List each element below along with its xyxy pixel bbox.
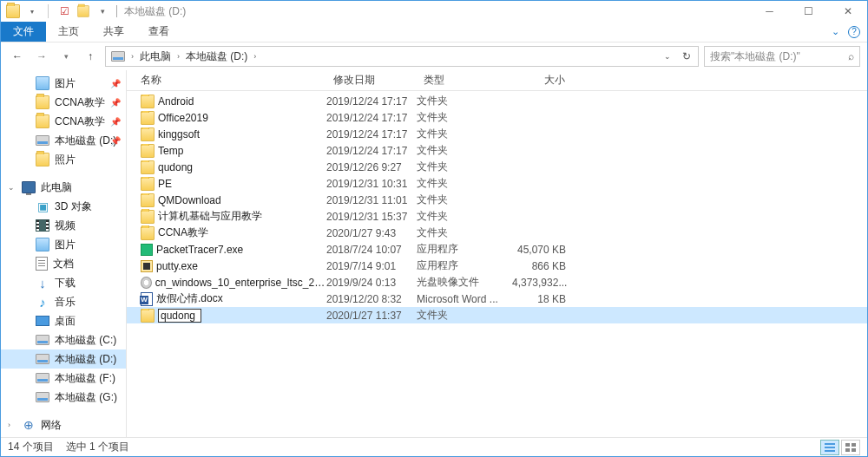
file-row[interactable]: cn_windows_10_enterprise_ltsc_2019_...20… [127,274,867,291]
rename-input[interactable]: qudong [158,309,201,323]
chevron-right-icon[interactable]: › [174,52,182,61]
file-row[interactable]: qudong2019/12/26 9:27文件夹 [127,159,867,175]
file-type: 文件夹 [417,143,512,158]
file-size: 4,373,932... [512,277,573,289]
nav-quick-item[interactable]: CCNA教学📌 [1,112,126,131]
window-title: 本地磁盘 (D:) [124,4,186,19]
nav-thispc-item[interactable]: 文档 [1,254,126,273]
file-row[interactable]: CCNA教学2020/1/27 9:43文件夹 [127,225,867,241]
title-bar: ▾ ☑ ▾ 本地磁盘 (D:) ─ ☐ ✕ [1,1,867,22]
column-type[interactable]: 类型 [417,70,512,90]
ribbon-expand-icon[interactable]: ⌄ [832,26,839,37]
svg-rect-1 [825,447,835,448]
file-date: 2019/12/26 9:27 [326,161,417,173]
nav-recent-dropdown[interactable]: ▾ [56,47,76,66]
nav-thispc-item[interactable]: ↓下载 [1,273,126,292]
file-type: 应用程序 [417,242,512,257]
file-type: 文件夹 [417,160,512,174]
file-row[interactable]: putty.exe2019/7/14 9:01应用程序866 KB [127,258,867,274]
folder-app-icon [6,4,20,18]
close-button[interactable]: ✕ [828,1,867,22]
file-list-pane: 名称 修改日期 类型 大小 Android2019/12/24 17:17文件夹… [127,70,867,437]
nav-forward-button[interactable]: → [32,47,51,66]
file-row[interactable]: Android2019/12/24 17:17文件夹 [127,93,867,109]
column-date[interactable]: 修改日期 [326,70,417,90]
breadcrumb-root-icon[interactable] [108,47,128,66]
tab-share[interactable]: 共享 [91,22,136,42]
column-name[interactable]: 名称 [127,70,326,90]
file-name: CCNA教学 [158,225,208,240]
pin-icon: 📌 [110,79,121,88]
file-row[interactable]: QMDownload2019/12/31 11:01文件夹 [127,192,867,208]
chevron-right-icon[interactable]: › [128,52,136,61]
file-date: 2019/12/31 15:37 [326,211,417,223]
tab-file[interactable]: 文件 [1,22,46,42]
nav-thispc-item[interactable]: 本地磁盘 (G:) [1,388,126,407]
nav-thispc-item[interactable]: 本地磁盘 (D:) [1,349,126,369]
file-row[interactable]: kinggsoft2019/12/24 17:17文件夹 [127,126,867,142]
nav-back-button[interactable]: ← [8,47,27,66]
column-headers: 名称 修改日期 类型 大小 [127,70,867,91]
search-input[interactable]: 搜索"本地磁盘 (D:)" ⌕ [704,46,860,67]
nav-thispc-item[interactable]: ▣3D 对象 [1,197,126,216]
address-dropdown[interactable]: ⌄ [658,47,677,66]
file-name: qudong [158,161,193,173]
nav-quick-item[interactable]: CCNA教学📌 [1,93,126,112]
svg-rect-0 [825,443,835,445]
file-date: 2020/1/27 9:43 [326,227,417,239]
file-date: 2019/12/31 11:01 [326,194,417,206]
qat-customize-icon[interactable]: ▾ [95,4,109,18]
file-type: 文件夹 [417,193,512,207]
nav-quick-item[interactable]: 本地磁盘 (D:)📌 [1,131,126,150]
qat-properties-icon[interactable]: ☑ [57,4,71,18]
file-list[interactable]: Android2019/12/24 17:17文件夹Office20192019… [127,91,867,437]
qat-dropdown[interactable]: ▾ [25,4,39,18]
tab-view[interactable]: 查看 [136,22,181,42]
chevron-right-icon[interactable]: › [251,52,259,61]
file-type: 光盘映像文件 [417,275,512,290]
svg-rect-6 [852,448,856,452]
refresh-button[interactable]: ↻ [677,47,696,66]
nav-thispc-item[interactable]: ♪音乐 [1,292,126,311]
svg-rect-5 [845,448,850,452]
nav-thispc-item[interactable]: 本地磁盘 (C:) [1,330,126,349]
nav-thispc-item[interactable]: 视频 [1,216,126,235]
file-row[interactable]: 放假心情.docx2019/12/20 8:32Microsoft Word .… [127,291,867,307]
breadcrumb-current[interactable]: 本地磁盘 (D:) [182,47,251,66]
expand-icon[interactable]: › [8,421,10,429]
file-row[interactable]: 计算机基础与应用教学2019/12/31 15:37文件夹 [127,208,867,225]
expand-icon[interactable]: ⌄ [8,183,15,192]
file-date: 2020/1/27 11:37 [326,310,417,322]
file-row[interactable]: Office20192019/12/24 17:17文件夹 [127,109,867,126]
column-size[interactable]: 大小 [512,70,573,90]
file-type: 文件夹 [417,308,512,323]
nav-thispc[interactable]: ⌄此电脑 [1,178,126,197]
file-row[interactable]: PacketTracer7.exe2018/7/24 10:07应用程序45,0… [127,241,867,258]
view-details-button[interactable] [820,440,839,455]
maximize-button[interactable]: ☐ [789,1,828,22]
file-type: 文件夹 [417,209,512,224]
nav-quick-item[interactable]: 照片 [1,150,126,169]
file-name: kinggsoft [158,128,200,140]
nav-network[interactable]: ›⊕网络 [1,415,126,434]
file-row[interactable]: PE2019/12/31 10:31文件夹 [127,175,867,192]
nav-quick-item[interactable]: 图片📌 [1,74,126,93]
qat-newfolder-icon[interactable] [76,4,90,18]
nav-thispc-item[interactable]: 图片 [1,235,126,254]
help-icon[interactable]: ? [848,26,860,38]
address-bar[interactable]: › 此电脑 › 本地磁盘 (D:) › ⌄ ↻ [105,46,699,67]
status-bar: 14 个项目 选中 1 个项目 [1,437,867,456]
file-row[interactable]: Temp2019/12/24 17:17文件夹 [127,142,867,159]
tab-home[interactable]: 主页 [46,22,91,42]
file-name: cn_windows_10_enterprise_ltsc_2019_... [155,277,326,289]
file-name: PE [158,178,172,190]
svg-rect-3 [845,443,850,447]
breadcrumb-thispc[interactable]: 此电脑 [136,47,174,66]
view-large-icons-button[interactable] [841,440,860,455]
file-row[interactable]: qudong2020/1/27 11:37文件夹 [127,307,867,323]
minimize-button[interactable]: ─ [750,1,789,22]
file-type: 文件夹 [417,127,512,141]
nav-thispc-item[interactable]: 本地磁盘 (F:) [1,369,126,388]
nav-thispc-item[interactable]: 桌面 [1,311,126,330]
nav-up-button[interactable]: ↑ [81,47,100,66]
